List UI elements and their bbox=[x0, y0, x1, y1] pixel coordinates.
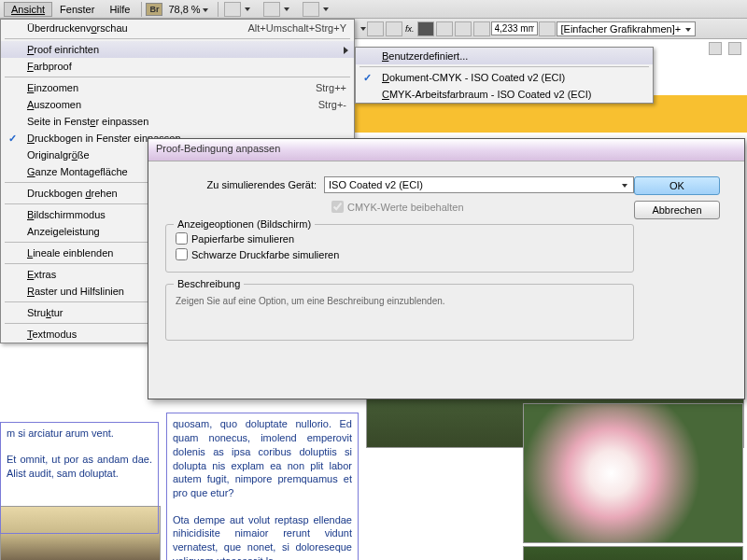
menu-separator bbox=[5, 77, 350, 77]
arrange-icon[interactable] bbox=[303, 2, 319, 17]
proof-setup-submenu: Benutzerdefiniert...✓Dokument-CMYK - ISO… bbox=[355, 47, 654, 104]
device-label: Zu simulierendes Gerät: bbox=[165, 179, 324, 190]
photo-flower[interactable] bbox=[523, 403, 743, 543]
menu-item-label: Benutzerdefiniert... bbox=[382, 50, 645, 62]
zoom-level[interactable]: 78,8 % bbox=[162, 4, 213, 15]
menu-separator bbox=[5, 38, 350, 39]
cancel-button[interactable]: Abbrechen bbox=[634, 201, 720, 219]
paper-color-label: Papierfarbe simulieren bbox=[191, 233, 294, 245]
menu-item-label: CMYK-Arbeitsfarbraum - ISO Coated v2 (EC… bbox=[382, 89, 645, 100]
tool-icon[interactable] bbox=[367, 21, 384, 36]
menu-item[interactable]: ✓Dokument-CMYK - ISO Coated v2 (ECI) bbox=[356, 69, 653, 86]
paragraph: Ota dempe aut volut reptasp ellendae nih… bbox=[173, 513, 352, 560]
ok-button[interactable]: OK bbox=[634, 176, 720, 195]
menu-help[interactable]: Hilfe bbox=[102, 2, 137, 17]
menu-item-label: Dokument-CMYK - ISO Coated v2 (ECI) bbox=[382, 72, 645, 83]
panel-icons bbox=[703, 39, 747, 58]
group-legend: Anzeigeoptionen (Bildschirm) bbox=[174, 218, 315, 230]
menu-shortcut: Strg++ bbox=[316, 82, 346, 93]
menu-item[interactable]: CMYK-Arbeitsfarbraum - ISO Coated v2 (EC… bbox=[356, 86, 653, 103]
description-group: Beschreibung Zeigen Sie auf eine Option,… bbox=[165, 284, 634, 341]
menu-item[interactable]: Seite in Fenster einpassen bbox=[1, 113, 354, 130]
tool-icon[interactable] bbox=[386, 21, 402, 36]
text-column-1[interactable]: m si arciatur arum vent. Et omnit, ut po… bbox=[0, 422, 159, 534]
paper-color-checkbox[interactable] bbox=[176, 232, 188, 245]
device-dropdown[interactable]: ISO Coated v2 (ECI) bbox=[324, 176, 634, 193]
tool-icon[interactable] bbox=[455, 21, 472, 36]
paragraph: m si arciatur arum vent. bbox=[7, 427, 152, 441]
panel-icon[interactable] bbox=[709, 42, 722, 55]
tool-icon[interactable] bbox=[539, 21, 556, 36]
menu-shortcut: Alt+Umschalt+Strg+Y bbox=[248, 22, 346, 34]
menubar: Ansicht Fenster Hilfe Br 78,8 % bbox=[0, 0, 747, 19]
description-text: Zeigen Sie auf eine Option, um eine Besc… bbox=[176, 296, 624, 306]
separator bbox=[218, 2, 218, 17]
group-legend: Beschreibung bbox=[174, 278, 244, 289]
menu-item[interactable]: Farbproof bbox=[1, 58, 354, 75]
check-icon: ✓ bbox=[8, 133, 17, 145]
menu-item-label: Einzoomen bbox=[27, 82, 316, 93]
menu-item-label: Farbproof bbox=[27, 61, 346, 72]
paragraph: quosam, quo doluptate nullorio. Ed quam … bbox=[173, 417, 352, 500]
menu-item-label: Seite in Fenster einpassen bbox=[27, 116, 346, 127]
view-options-icon[interactable] bbox=[224, 2, 241, 17]
separator bbox=[141, 2, 142, 17]
keep-cmyk-label: CMYK-Werte beibehalten bbox=[347, 202, 464, 213]
black-ink-checkbox[interactable] bbox=[176, 248, 188, 260]
keep-cmyk-checkbox bbox=[331, 201, 344, 213]
menu-item-label: Proof einrichten bbox=[27, 44, 346, 55]
tool-icon[interactable] bbox=[436, 21, 453, 36]
black-ink-label: Schwarze Druckfarbe simulieren bbox=[191, 249, 339, 260]
menu-item-label: Auszoomen bbox=[27, 99, 318, 110]
fx-icon[interactable]: fx. bbox=[403, 24, 416, 34]
menu-shortcut: Strg+- bbox=[318, 99, 346, 110]
paragraph: Et omnit, ut por as andam dae. Alist aud… bbox=[7, 453, 152, 481]
menu-view[interactable]: Ansicht bbox=[4, 2, 52, 17]
menu-item[interactable]: Proof einrichten bbox=[1, 41, 354, 58]
control-toolbar: fx. [Einfacher Grafikrahmen]+ bbox=[355, 19, 747, 39]
dialog-titlebar[interactable]: Proof-Bedingung anpassen bbox=[148, 139, 744, 161]
stroke-width-field[interactable] bbox=[491, 21, 538, 35]
menu-separator bbox=[359, 66, 649, 67]
panel-icon[interactable] bbox=[728, 42, 741, 55]
object-style-dropdown[interactable]: [Einfacher Grafikrahmen]+ bbox=[557, 21, 696, 36]
screen-mode-icon[interactable] bbox=[263, 2, 280, 17]
menu-window[interactable]: Fenster bbox=[52, 2, 102, 17]
menu-item[interactable]: EinzoomenStrg++ bbox=[1, 79, 354, 96]
bridge-icon[interactable]: Br bbox=[146, 3, 162, 16]
check-icon: ✓ bbox=[363, 72, 372, 84]
menu-item[interactable]: ÜberdruckenvorschauAlt+Umschalt+Strg+Y bbox=[1, 20, 354, 36]
tool-icon[interactable] bbox=[473, 21, 490, 36]
menu-item[interactable]: AuszoomenStrg+- bbox=[1, 96, 354, 113]
text-column-2[interactable]: quosam, quo doluptate nullorio. Ed quam … bbox=[166, 413, 359, 560]
photo-bottom[interactable] bbox=[523, 546, 743, 560]
display-options-group: Anzeigeoptionen (Bildschirm) Papierfarbe… bbox=[165, 224, 634, 273]
tool-icon[interactable] bbox=[417, 21, 434, 36]
menu-item[interactable]: Benutzerdefiniert... bbox=[356, 48, 653, 64]
proof-condition-dialog: Proof-Bedingung anpassen Zu simulierende… bbox=[148, 138, 745, 399]
menu-item-label: Überdruckenvorschau bbox=[27, 22, 248, 34]
dropdown-icon[interactable] bbox=[360, 27, 366, 31]
submenu-arrow-icon bbox=[344, 47, 348, 54]
